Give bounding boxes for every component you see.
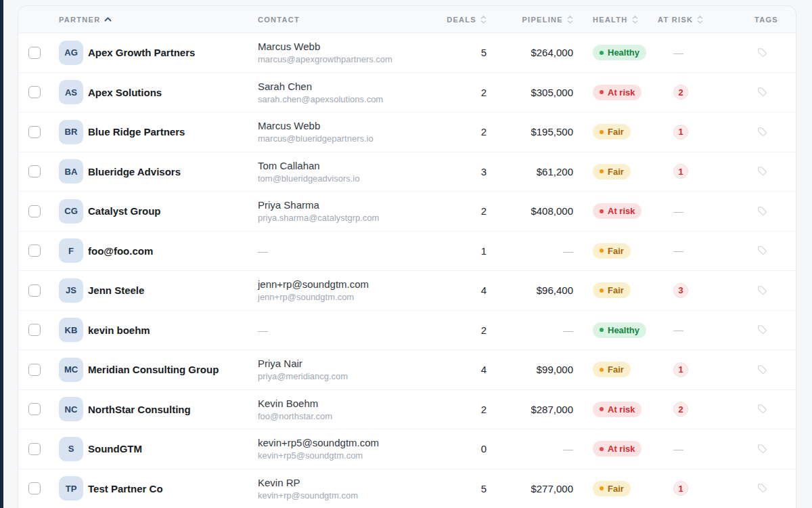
pipeline-cell: $195,500 bbox=[487, 126, 573, 137]
at-risk-count-badge: 1 bbox=[673, 481, 688, 496]
at-risk-empty-dash: — bbox=[673, 205, 683, 217]
row-checkbox[interactable] bbox=[28, 482, 41, 494]
row-checkbox[interactable] bbox=[28, 47, 41, 59]
checkbox-cell bbox=[18, 86, 48, 98]
health-status-dot bbox=[600, 51, 604, 55]
tag-icon-button[interactable] bbox=[755, 204, 769, 217]
tag-icon-button[interactable] bbox=[755, 481, 769, 494]
row-checkbox[interactable] bbox=[28, 403, 41, 415]
deals-cell: 5 bbox=[397, 47, 487, 58]
tags-cell bbox=[753, 45, 796, 60]
tag-icon-button[interactable] bbox=[755, 164, 769, 177]
partner-name: Jenn Steele bbox=[88, 284, 144, 296]
pipeline-cell: $99,000 bbox=[487, 364, 573, 375]
health-status-dot bbox=[600, 407, 604, 411]
checkbox-cell bbox=[18, 205, 48, 217]
tag-icon bbox=[757, 47, 767, 58]
column-header-deals[interactable]: DEALS bbox=[397, 15, 487, 24]
table-header-row: PARTNERCONTACTDEALSPIPELINEHEALTHAT RISK… bbox=[18, 6, 796, 33]
table-row[interactable]: JSJenn Steelejenn+rp@soundgtm.comjenn+rp… bbox=[18, 271, 796, 311]
health-badge: Fair bbox=[593, 124, 631, 140]
tag-icon-button[interactable] bbox=[755, 85, 769, 98]
contact-email: marcus@apexgrowthpartners.com bbox=[258, 54, 397, 64]
column-header-partner[interactable]: PARTNER bbox=[48, 16, 258, 24]
table-row[interactable]: NCNorthStar ConsultingKevin Boehmfoo@nor… bbox=[18, 390, 796, 430]
at-risk-cell: 3 bbox=[658, 283, 753, 298]
health-label: Fair bbox=[608, 167, 624, 177]
health-status-dot bbox=[600, 90, 604, 94]
partner-cell: SSoundGTM bbox=[48, 437, 258, 461]
at-risk-count-badge: 2 bbox=[673, 402, 688, 417]
contact-cell: jenn+rp@soundgtm.comjenn+rp@soundgtm.com bbox=[258, 278, 397, 302]
health-badge: Fair bbox=[593, 164, 631, 179]
row-checkbox[interactable] bbox=[28, 443, 41, 455]
column-label-pipeline: PIPELINE bbox=[522, 16, 563, 24]
table-row[interactable]: TPTest Partner CoKevin RPkevin+rp@soundg… bbox=[18, 469, 796, 508]
row-checkbox[interactable] bbox=[28, 86, 41, 98]
partner-avatar: NC bbox=[59, 397, 83, 421]
at-risk-count-badge: 2 bbox=[673, 85, 688, 100]
row-checkbox[interactable] bbox=[28, 126, 41, 138]
health-cell: At risk bbox=[573, 85, 658, 100]
health-cell: Healthy bbox=[573, 45, 658, 60]
partner-cell: ASApex Solutions bbox=[48, 80, 258, 104]
table-row[interactable]: Ffoo@foo.com—1—Fair— bbox=[18, 232, 796, 272]
column-label-at_risk: AT RISK bbox=[658, 16, 693, 24]
deals-cell: 5 bbox=[397, 483, 487, 494]
health-badge: At risk bbox=[593, 441, 641, 457]
partner-cell: JSJenn Steele bbox=[48, 278, 258, 303]
health-label: At risk bbox=[608, 206, 635, 216]
row-checkbox[interactable] bbox=[28, 245, 41, 257]
contact-email: kevin+rp5@soundgtm.com bbox=[258, 450, 397, 461]
tag-icon-button[interactable] bbox=[755, 243, 769, 257]
partner-cell: BABlueridge Advisors bbox=[48, 159, 258, 184]
tag-icon-button[interactable] bbox=[755, 442, 769, 455]
tag-icon-button[interactable] bbox=[755, 322, 769, 336]
tag-icon-button[interactable] bbox=[755, 125, 769, 138]
partner-avatar: MC bbox=[59, 358, 83, 382]
table-row[interactable]: KBkevin boehm—2—Healthy— bbox=[18, 311, 796, 351]
checkbox-cell bbox=[18, 47, 48, 59]
table-row[interactable]: BRBlue Ridge PartnersMarcus Webbmarcus@b… bbox=[18, 112, 796, 152]
column-header-contact: CONTACT bbox=[258, 16, 397, 24]
table-row[interactable]: MCMeridian Consulting GroupPriya Nairpri… bbox=[18, 350, 796, 390]
row-checkbox[interactable] bbox=[28, 205, 41, 217]
tag-icon-button[interactable] bbox=[755, 45, 769, 59]
health-status-dot bbox=[600, 368, 604, 372]
tag-icon-button[interactable] bbox=[755, 362, 769, 376]
health-cell: At risk bbox=[573, 441, 658, 457]
table-row[interactable]: SSoundGTMkevin+rp5@soundgtm.comkevin+rp5… bbox=[18, 429, 796, 469]
health-badge: Fair bbox=[593, 243, 631, 259]
tag-icon-button[interactable] bbox=[755, 402, 769, 415]
tag-icon bbox=[757, 482, 767, 493]
contact-cell: Marcus Webbmarcus@blueridgepartners.io bbox=[258, 120, 397, 144]
tag-icon-button[interactable] bbox=[755, 283, 769, 297]
column-header-tags: TAGS bbox=[753, 16, 796, 24]
row-checkbox[interactable] bbox=[28, 284, 41, 297]
contact-cell: kevin+rp5@soundgtm.comkevin+rp5@soundgtm… bbox=[258, 437, 397, 461]
at-risk-count-badge: 1 bbox=[673, 362, 688, 377]
at-risk-count-badge: 3 bbox=[673, 283, 688, 298]
column-header-health[interactable]: HEALTH bbox=[573, 15, 658, 24]
table-row[interactable]: CGCatalyst GroupPriya Sharmapriya.sharma… bbox=[18, 192, 796, 232]
health-badge: At risk bbox=[593, 402, 641, 417]
tags-cell bbox=[753, 125, 796, 140]
row-checkbox[interactable] bbox=[28, 165, 41, 177]
table-row[interactable]: BABlueridge AdvisorsTom Callahantom@blue… bbox=[18, 152, 796, 192]
contact-empty-dash: — bbox=[258, 324, 397, 336]
column-header-at_risk[interactable]: AT RISK bbox=[658, 15, 753, 24]
contact-name: jenn+rp@soundgtm.com bbox=[258, 278, 397, 290]
partner-avatar: F bbox=[59, 238, 83, 263]
table-row[interactable]: AGApex Growth PartnersMarcus Webbmarcus@… bbox=[18, 33, 796, 73]
row-checkbox[interactable] bbox=[28, 364, 41, 376]
tag-icon bbox=[757, 324, 767, 335]
contact-cell: Priya Sharmapriya.sharma@catalystgrp.com bbox=[258, 199, 397, 223]
health-badge: Healthy bbox=[593, 45, 646, 60]
pipeline-cell: — bbox=[487, 245, 573, 257]
table-row[interactable]: ASApex SolutionsSarah Chensarah.chen@ape… bbox=[18, 73, 796, 113]
health-cell: Fair bbox=[573, 243, 658, 259]
row-checkbox[interactable] bbox=[28, 324, 41, 336]
partner-cell: NCNorthStar Consulting bbox=[48, 397, 258, 421]
tag-icon bbox=[757, 245, 767, 255]
column-header-pipeline[interactable]: PIPELINE bbox=[487, 15, 573, 24]
